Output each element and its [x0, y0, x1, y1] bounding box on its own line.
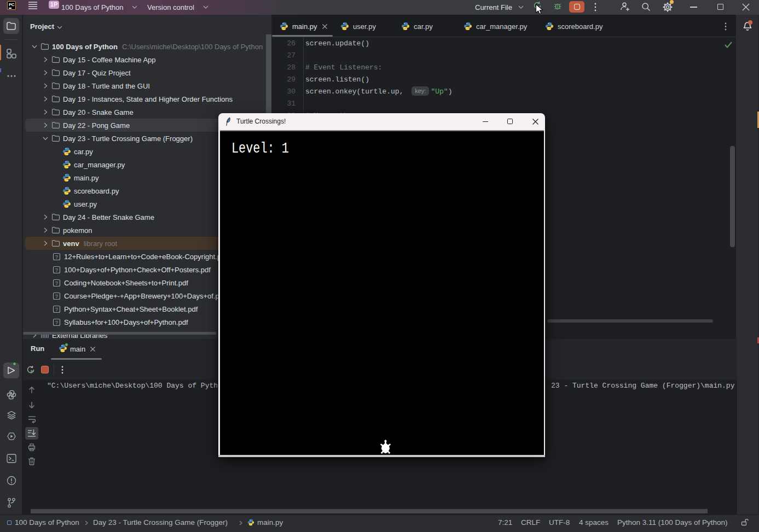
- svg-text:?: ?: [55, 306, 58, 312]
- svg-text:?: ?: [55, 319, 58, 325]
- svg-text:?: ?: [55, 267, 58, 272]
- svg-text:?: ?: [55, 254, 58, 259]
- svg-text:?: ?: [55, 280, 58, 285]
- svg-text:?: ?: [55, 293, 58, 299]
